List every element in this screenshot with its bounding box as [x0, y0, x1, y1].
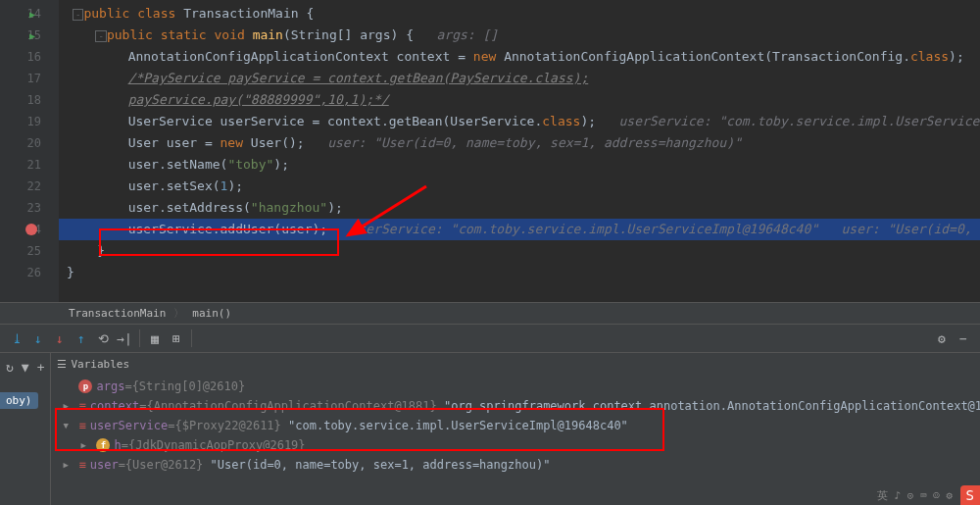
code-area[interactable]: -public class TransactionMain { -public … [59, 0, 980, 302]
line-num[interactable]: ▶ 15 [0, 25, 59, 46]
line-num[interactable]: 22 [0, 176, 59, 197]
restore-icon[interactable]: ↻ [6, 360, 14, 375]
field-icon: f [96, 438, 110, 452]
variables-tree[interactable]: p args = {String[0]@2610} ▶ ≡ context = … [51, 375, 980, 477]
line-num[interactable]: ▶ 14 [0, 3, 59, 25]
frame-tab[interactable]: oby) [0, 392, 38, 409]
line-num[interactable]: 17 [0, 68, 59, 89]
force-step-icon[interactable]: ↓ [49, 328, 71, 349]
breadcrumb-item[interactable]: main() [192, 307, 231, 320]
var-row[interactable]: p args = {String[0]@2610} [51, 377, 980, 396]
line-num[interactable]: 26 [0, 262, 59, 283]
line-num[interactable]: 21 [0, 154, 59, 176]
drop-frame-icon[interactable]: ⟲ [92, 328, 114, 349]
step-out-icon[interactable]: ↑ [71, 328, 92, 349]
taskbar-icons: 英 ♪ ⊙ ⌨ ☺ ⚙ [877, 488, 953, 503]
line-num[interactable]: 16 [0, 46, 59, 68]
var-row[interactable]: ▶ ≡ context = {AnnotationConfigApplicati… [51, 396, 980, 416]
line-num[interactable]: 18 [0, 89, 59, 111]
gear-icon[interactable]: ⚙ [931, 328, 953, 349]
breakpoint-icon[interactable] [25, 224, 37, 235]
step-into-icon[interactable]: ↓ [27, 328, 49, 349]
chevron-right-icon: 〉 [173, 306, 184, 321]
variables-panel: ☰Variables p args = {String[0]@2610} ▶ ≡… [51, 353, 980, 505]
var-row[interactable]: ▶ ≡ user = {User@2612} "User(id=0, name=… [51, 455, 980, 475]
frames-panel: ↻ ▼ + oby) [0, 353, 51, 505]
var-row[interactable]: ▼ ≡ userService = {$Proxy22@2611} "com.t… [51, 416, 980, 435]
breadcrumb: TransactionMain 〉 main() [0, 302, 980, 324]
line-num[interactable]: 23 [0, 197, 59, 219]
run-icon[interactable]: ▶ [29, 9, 35, 20]
trace-icon[interactable]: ⊞ [166, 328, 187, 349]
variables-header: ☰Variables [51, 353, 980, 375]
run-to-cursor-icon[interactable]: →| [114, 328, 135, 349]
gutter: ▶ 14 ▶ 15 16 17 18 19 20 21 22 23 24 25 … [0, 0, 59, 302]
param-icon: p [78, 379, 92, 393]
line-num[interactable]: 19 [0, 111, 59, 132]
ime-badge[interactable]: S [960, 485, 980, 505]
line-num[interactable]: 20 [0, 132, 59, 154]
add-icon[interactable]: + [37, 360, 45, 375]
run-icon[interactable]: ▶ [29, 30, 35, 41]
debug-panel: ↻ ▼ + oby) ☰Variables p args = {String[0… [0, 353, 980, 505]
breadcrumb-item[interactable]: TransactionMain [69, 307, 166, 320]
line-num[interactable]: 24 [0, 219, 59, 240]
line-num[interactable]: 25 [0, 240, 59, 262]
minimize-icon[interactable]: − [953, 328, 974, 349]
var-row[interactable]: ▶ f h = {JdkDynamicAopProxy@2619} [51, 435, 980, 455]
evaluate-icon[interactable]: ▦ [144, 328, 166, 349]
filter-icon[interactable]: ▼ [22, 360, 29, 375]
step-over-icon[interactable]: ⤓ [6, 328, 27, 349]
debug-toolbar: ⤓ ↓ ↓ ↑ ⟲ →| ▦ ⊞ ⚙ − [0, 324, 980, 353]
editor: ▶ 14 ▶ 15 16 17 18 19 20 21 22 23 24 25 … [0, 0, 980, 302]
